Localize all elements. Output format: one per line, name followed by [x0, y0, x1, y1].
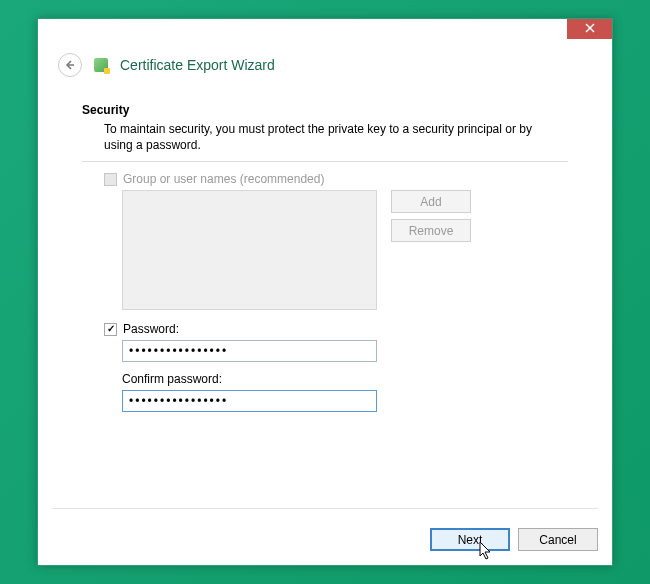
group-names-label: Group or user names (recommended): [123, 172, 324, 186]
add-button: Add: [391, 190, 471, 213]
password-input[interactable]: [122, 340, 377, 362]
wizard-title: Certificate Export Wizard: [120, 57, 275, 73]
wizard-header: Certificate Export Wizard: [38, 47, 612, 87]
close-button[interactable]: [567, 19, 612, 39]
close-icon: [585, 23, 595, 33]
password-option[interactable]: Password:: [104, 322, 568, 336]
cancel-button[interactable]: Cancel: [518, 528, 598, 551]
group-names-checkbox: [104, 173, 117, 186]
confirm-password-label: Confirm password:: [122, 372, 568, 386]
section-description: To maintain security, you must protect t…: [104, 121, 534, 153]
confirm-password-input[interactable]: [122, 390, 377, 412]
wizard-footer: Next Cancel: [38, 518, 612, 565]
password-checkbox[interactable]: [104, 323, 117, 336]
certificate-wizard-icon: [92, 56, 110, 74]
back-button[interactable]: [58, 53, 82, 77]
next-button[interactable]: Next: [430, 528, 510, 551]
wizard-window: Certificate Export Wizard Security To ma…: [37, 18, 613, 566]
remove-button: Remove: [391, 219, 471, 242]
section-heading: Security: [82, 103, 568, 117]
principals-listbox: [122, 190, 377, 310]
titlebar: [38, 19, 612, 47]
divider: [82, 161, 568, 162]
password-label: Password:: [123, 322, 179, 336]
back-arrow-icon: [64, 59, 76, 71]
wizard-content: Security To maintain security, you must …: [38, 87, 612, 518]
footer-divider: [52, 508, 598, 509]
group-names-option: Group or user names (recommended): [104, 172, 568, 186]
